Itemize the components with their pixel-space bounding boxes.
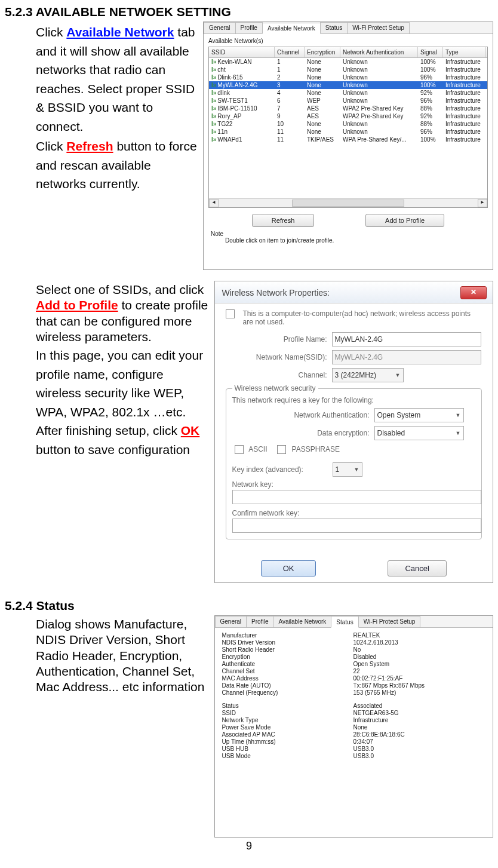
- ascii-label: ASCII: [248, 445, 267, 453]
- group-label: Available Network(s): [208, 38, 488, 44]
- table-row[interactable]: I»SW-TEST16WEPUnknown96%Infrastructure00: [209, 97, 487, 105]
- col-header[interactable]: Type: [443, 47, 486, 57]
- network-table[interactable]: SSIDChannelEncryptionNetwork Authenticat…: [208, 47, 488, 208]
- confirm-label: Confirm network key:: [232, 509, 475, 517]
- table-row[interactable]: I»dlink4NoneUnknown92%Infrastructure00: [209, 89, 487, 97]
- h-scrollbar[interactable]: ◄ ►: [209, 198, 487, 207]
- tab-wi-fi-protect-setup[interactable]: Wi-Fi Protect Setup: [347, 22, 410, 33]
- table-row[interactable]: I»11n11NoneUnknown96%Infrastructure00: [209, 128, 487, 136]
- tab-status[interactable]: Status: [320, 22, 348, 33]
- tab-status[interactable]: Status: [331, 617, 358, 628]
- status-row: AuthenticateOpen System: [222, 660, 485, 667]
- status-row: Network TypeInfrastructure: [222, 716, 485, 723]
- screenshot-status: GeneralProfileAvailable NetworkStatusWi-…: [214, 615, 493, 838]
- link-refresh: Refresh: [66, 139, 113, 153]
- key-index-value: 1: [336, 465, 340, 474]
- tab-profile[interactable]: Profile: [235, 22, 263, 33]
- table-row[interactable]: I»Dlink-6152NoneUnknown96%Infrastructure…: [209, 73, 487, 81]
- screenshot-wireless-properties: Wireless Network Properties: ✕ This is a…: [214, 281, 493, 583]
- table-row[interactable]: I»Kevin-WLAN1NoneUnknown100%Infrastructu…: [209, 58, 487, 66]
- table-row[interactable]: I»Rory_AP9AESWPA2 Pre-Shared Key92%Infra…: [209, 112, 487, 120]
- col-header[interactable]: SSID: [209, 47, 275, 57]
- channel-select: 3 (2422MHz)▼: [332, 368, 404, 382]
- table-row[interactable]: I»TG2210NoneUnknown88%Infrastructure00: [209, 120, 487, 128]
- add-to-profile-button[interactable]: Add to Profile: [365, 214, 444, 227]
- status-row: USB HUBUSB3.0: [222, 745, 485, 752]
- adhoc-checkbox[interactable]: [226, 309, 235, 318]
- t2a: Click: [36, 139, 66, 153]
- key-index-select: 1▼: [333, 462, 362, 477]
- scroll-right[interactable]: ►: [478, 199, 487, 207]
- auth-label: Network Authentication:: [232, 411, 370, 419]
- col-header[interactable]: Encryption: [305, 47, 340, 57]
- status-row: NDIS Driver Version1024.2.618.2013: [222, 639, 485, 646]
- refresh-button[interactable]: Refresh: [252, 214, 315, 227]
- network-key-input[interactable]: [232, 490, 481, 504]
- security-desc: This network requires a key for the foll…: [232, 396, 475, 404]
- t1b: tab and it will show all available netwo…: [36, 25, 195, 133]
- table-row[interactable]: I»MyWLAN-2.4G3NoneUnknown100%Infrastruct…: [209, 81, 487, 89]
- table-row[interactable]: I»cht1NoneUnknown100%InfrastructureCA: [209, 66, 487, 73]
- col-header[interactable]: Signal: [418, 47, 443, 57]
- tab-general[interactable]: General: [204, 22, 236, 33]
- heading-523: 5.2.3 AVAILABLE NETWOEK SETTING: [5, 5, 493, 19]
- link-ok: OK: [181, 424, 200, 437]
- status-row: StatusAssociated: [222, 702, 485, 709]
- security-group-label: Wireless network security: [232, 384, 318, 392]
- tabs: GeneralProfileAvailable NetworkStatusWi-…: [204, 22, 493, 34]
- close-button[interactable]: ✕: [460, 286, 487, 299]
- ascii-checkbox[interactable]: [235, 445, 244, 454]
- confirm-key-input[interactable]: [232, 519, 481, 533]
- ok-button[interactable]: OK: [261, 560, 316, 576]
- profile-name-label: Profile Name:: [226, 335, 327, 343]
- tab-profile[interactable]: Profile: [246, 616, 273, 627]
- status-row: Associated AP MAC28:C6:8E:8A:18:6C: [222, 731, 485, 738]
- col-header[interactable]: BS: [486, 47, 488, 57]
- tab-available-network[interactable]: Available Network: [262, 23, 321, 34]
- status-row: Power Save ModeNone: [222, 723, 485, 731]
- dialog-title: Wireless Network Properties:: [222, 288, 330, 297]
- tab-wi-fi-protect-setup[interactable]: Wi-Fi Protect Setup: [358, 616, 421, 627]
- heading-524: 5.2.4 Status: [5, 599, 493, 613]
- scroll-left[interactable]: ◄: [209, 199, 219, 207]
- ssid-label: Network Name(SSID):: [226, 353, 327, 361]
- tabs: GeneralProfileAvailable NetworkStatusWi-…: [215, 616, 493, 628]
- note-text: Double click on item to join/create prof…: [211, 237, 488, 244]
- key-index-label: Key index (advanced):: [232, 465, 328, 474]
- enc-label: Data encryption:: [232, 429, 370, 437]
- col-header[interactable]: Network Authentication: [340, 47, 418, 57]
- status-row: Data Rate (AUTO)Tx:867 Mbps Rx:867 Mbps: [222, 682, 485, 689]
- channel-label: Channel:: [226, 371, 327, 379]
- table-row[interactable]: I»WNAPd111TKIP/AESWPA Pre-Shared Key/...…: [209, 136, 487, 143]
- link-add-to-profile: Add to Profile: [36, 298, 118, 312]
- auth-select[interactable]: Open System▼: [374, 408, 464, 422]
- tab-general[interactable]: General: [215, 616, 247, 627]
- status-row: Up Time (hh:mm:ss)0:34:07: [222, 738, 485, 745]
- status-row: Short Radio HeaderNo: [222, 646, 485, 653]
- link-available-network: Available Network: [66, 25, 174, 39]
- text-col-524: Dialog shows Manufacture, NDIS Driver Ve…: [5, 615, 208, 696]
- enc-select[interactable]: Disabled▼: [374, 426, 464, 440]
- tab-available-network[interactable]: Available Network: [273, 616, 331, 627]
- enc-value: Disabled: [377, 429, 405, 437]
- status-row: EncryptionDisabled: [222, 653, 485, 660]
- t3a: Select one of SSIDs, and click: [36, 283, 204, 296]
- status-row: ManufacturerREALTEK: [222, 631, 485, 639]
- t4a: In this page, you can edit your profile …: [36, 348, 203, 437]
- status-row: MAC Address00:02:72:F1:25:AF: [222, 674, 485, 682]
- passphrase-checkbox[interactable]: [277, 445, 286, 454]
- netkey-label: Network key:: [232, 480, 475, 489]
- t4b: button to save configuration: [36, 443, 190, 456]
- table-header: SSIDChannelEncryptionNetwork Authenticat…: [209, 47, 487, 58]
- cancel-button[interactable]: Cancel: [388, 560, 446, 576]
- status-para: Dialog shows Manufacture, NDIS Driver Ve…: [36, 617, 208, 695]
- col-header[interactable]: Channel: [275, 47, 305, 57]
- channel-value: 3 (2422MHz): [335, 371, 376, 379]
- profile-name-input[interactable]: [332, 332, 481, 346]
- status-row: Channel Set22: [222, 667, 485, 674]
- scroll-thumb[interactable]: [292, 200, 404, 207]
- t1a: Click: [36, 25, 66, 39]
- status-row: SSIDNETGEAR63-5G: [222, 709, 485, 716]
- ssid-input: [332, 350, 481, 364]
- table-row[interactable]: I»IBM-PC-115107AESWPA2 Pre-Shared Key88%…: [209, 105, 487, 112]
